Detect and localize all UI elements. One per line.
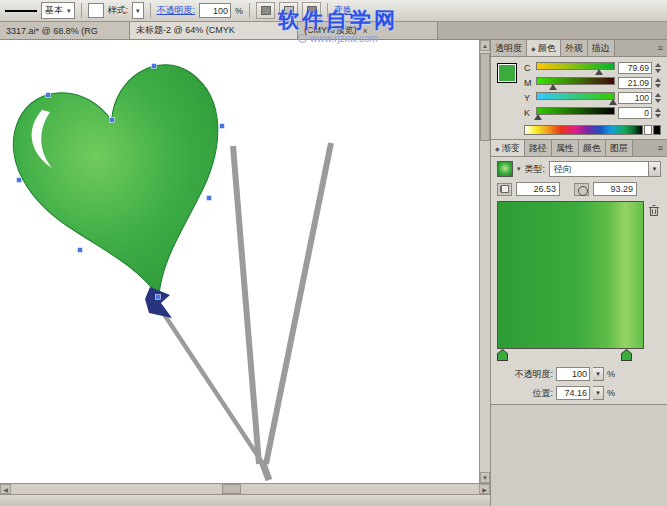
tab-stroke-label: 描边 <box>592 42 610 55</box>
doc-tab-1[interactable]: 3317.ai* @ 68.8% (RG <box>0 22 130 39</box>
magenta-label: M <box>524 78 533 88</box>
tab-transparency-label: 透明度 <box>495 42 522 55</box>
illustrator-window: 基本 ▾ 样式: ▾ 不透明度: 100 % 变换 3317.ai* @ 68.… <box>0 0 667 506</box>
control-bar: 基本 ▾ 样式: ▾ 不透明度: 100 % 变换 <box>0 0 667 22</box>
panel-expand-icon: ◆ <box>531 45 536 52</box>
tab-color[interactable]: ◆ 颜色 <box>527 40 561 56</box>
cyan-spinner[interactable] <box>655 63 661 73</box>
stroke-preset-label: 基本 <box>45 4 63 17</box>
tab-gradient[interactable]: ◆ 渐变 <box>491 140 525 156</box>
style-swatch[interactable] <box>88 3 104 18</box>
stop-opacity-value[interactable]: 100 <box>556 367 590 381</box>
select-similar-glyph <box>261 6 271 15</box>
black-spinner[interactable] <box>655 108 661 118</box>
gradient-angle-field[interactable]: 26.53 <box>516 182 560 196</box>
black-slider[interactable] <box>536 106 615 119</box>
cyan-value[interactable]: 79.69 <box>618 62 652 74</box>
stop-position-label: 位置: <box>497 387 553 400</box>
doc-tab-2[interactable]: 未标题-2 @ 64% (CMYK <box>130 22 298 39</box>
stroke-preview <box>5 10 37 12</box>
black-label: K <box>524 108 533 118</box>
reverse-gradient-icon[interactable] <box>497 183 512 196</box>
yellow-value[interactable]: 100 <box>618 92 652 104</box>
isolate-object-icon[interactable] <box>279 2 298 19</box>
horizontal-scroll-thumb[interactable] <box>222 484 241 494</box>
gradient-aspect-field[interactable]: 93.29 <box>593 182 637 196</box>
vertical-scroll-thumb[interactable] <box>480 53 490 141</box>
opacity-link[interactable]: 不透明度: <box>157 4 196 17</box>
doc-tab-3[interactable]: (CMYK/预览) × <box>298 22 438 39</box>
magenta-thumb[interactable] <box>549 84 557 90</box>
tab-layers-label: 图层 <box>610 142 628 155</box>
delete-stop-icon[interactable] <box>647 203 661 217</box>
style-label: 样式: <box>108 4 129 17</box>
yellow-label: Y <box>524 93 533 103</box>
gradient-stop-right[interactable] <box>621 349 632 361</box>
yellow-spinner[interactable] <box>655 93 661 103</box>
cyan-slider[interactable] <box>536 61 615 74</box>
gradient-fill-swatch[interactable] <box>497 161 513 177</box>
heart-balloon[interactable] <box>1 54 258 324</box>
black-thumb[interactable] <box>534 114 542 120</box>
chevron-down-icon: ▾ <box>136 7 140 15</box>
scroll-left-icon[interactable]: ◀ <box>0 484 11 494</box>
yellow-thumb[interactable] <box>609 99 617 105</box>
scroll-right-icon[interactable]: ▶ <box>479 484 490 494</box>
chevron-down-icon[interactable]: ▾ <box>517 165 521 173</box>
black-track <box>536 107 615 115</box>
magenta-value[interactable]: 21.09 <box>618 77 652 89</box>
chevron-down-icon[interactable]: ▾ <box>648 162 660 176</box>
panel-menu-icon[interactable]: ≡ <box>654 140 667 156</box>
white-swatch[interactable] <box>644 125 652 135</box>
tab-path[interactable]: 路径 <box>525 140 552 156</box>
artboard[interactable] <box>0 40 479 483</box>
balloon-knot[interactable] <box>145 287 172 318</box>
opacity-input[interactable]: 100 <box>199 3 231 18</box>
status-bar <box>0 494 490 506</box>
gradient-type-select[interactable]: 径向 ▾ <box>549 161 661 177</box>
cyan-track <box>536 62 615 70</box>
chevron-down-icon[interactable]: ▾ <box>593 367 604 381</box>
aspect-ratio-icon <box>574 183 589 196</box>
magenta-slider[interactable] <box>536 76 615 89</box>
tab-stroke[interactable]: 描边 <box>588 40 615 56</box>
color-spectrum-bar[interactable] <box>524 125 643 135</box>
variable-width-profile-select[interactable]: 基本 ▾ <box>41 2 75 19</box>
tab-color2[interactable]: 颜色 <box>579 140 606 156</box>
vertical-scrollbar[interactable]: ▲ ▼ <box>479 40 490 483</box>
isolate-object-glyph <box>284 6 294 15</box>
magenta-spinner[interactable] <box>655 78 661 88</box>
scroll-up-icon[interactable]: ▲ <box>480 40 490 51</box>
recolor-artwork-icon[interactable] <box>302 2 321 19</box>
stick-line-1 <box>233 146 259 464</box>
cyan-slider-row: C 79.69 <box>524 61 661 74</box>
tab-layers[interactable]: 图层 <box>606 140 633 156</box>
scroll-down-icon[interactable]: ▼ <box>480 472 490 483</box>
tab-appearance-label: 外观 <box>565 42 583 55</box>
horizontal-scrollbar[interactable]: ◀ ▶ <box>0 483 490 494</box>
gradient-stop-left[interactable] <box>497 349 508 361</box>
tab-attributes[interactable]: 属性 <box>552 140 579 156</box>
gradient-type-label: 类型: <box>525 163 546 176</box>
canvas-area[interactable]: ▲ ▼ ◀ ▶ <box>0 40 490 506</box>
close-icon[interactable]: × <box>363 26 368 36</box>
transform-link[interactable]: 变换 <box>334 4 352 17</box>
fill-color-swatch[interactable] <box>497 63 517 83</box>
balloon-sticks[interactable] <box>233 143 331 480</box>
opacity-percent: % <box>235 6 243 16</box>
panel-menu-icon[interactable]: ≡ <box>654 40 667 56</box>
chevron-down-icon: ▾ <box>67 7 71 15</box>
select-similar-icon[interactable] <box>256 2 275 19</box>
style-select[interactable]: ▾ <box>132 2 144 19</box>
yellow-slider[interactable] <box>536 91 615 104</box>
gradient-preview[interactable] <box>497 201 644 349</box>
black-value[interactable]: 0 <box>618 107 652 119</box>
chevron-down-icon[interactable]: ▾ <box>593 386 604 400</box>
gradient-stops-ramp[interactable] <box>497 349 645 362</box>
tab-transparency[interactable]: 透明度 <box>491 40 527 56</box>
stop-position-value[interactable]: 74.16 <box>556 386 590 400</box>
tab-appearance[interactable]: 外观 <box>561 40 588 56</box>
black-swatch[interactable] <box>653 125 661 135</box>
cyan-thumb[interactable] <box>595 69 603 75</box>
yellow-slider-row: Y 100 <box>524 91 661 104</box>
